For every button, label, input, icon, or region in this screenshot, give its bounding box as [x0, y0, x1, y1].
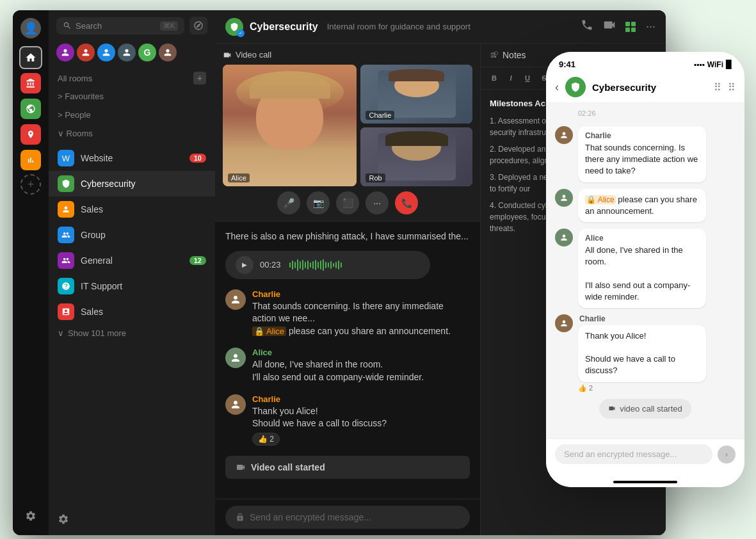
sales2-room-label: Sales	[81, 307, 103, 317]
phone-alice-mention-bubble: 🔒 Alice please can you share an announce…	[578, 189, 706, 222]
sidebar-item-group[interactable]: Group	[49, 222, 215, 248]
sidebar-item-itsupport[interactable]: IT Support	[49, 273, 215, 299]
thumbsup-reaction[interactable]: 👍 2	[252, 433, 280, 446]
play-button[interactable]: ▶	[236, 256, 253, 274]
phone-alice-reply: Alice All done, I've shared in the room.…	[555, 229, 736, 308]
alice-label: Alice	[228, 173, 250, 182]
video-controls: 🎤 📷 ⬛ ··· 📞	[223, 191, 472, 214]
phone-message-input[interactable]: Send an encrypted message...	[555, 444, 712, 464]
user-avatar-6[interactable]	[159, 44, 177, 61]
website-room-label: Website	[81, 153, 113, 163]
channel-title: Cybersecurity	[250, 21, 318, 33]
italic-button[interactable]: I	[504, 71, 518, 85]
itsupport-room-label: IT Support	[81, 281, 122, 291]
phone-charlie-avatar-final	[555, 314, 573, 332]
camera-button[interactable]: 📷	[307, 191, 330, 214]
itsupport-room-icon	[58, 278, 74, 294]
alice-mention: 🔒 Alice	[252, 326, 286, 336]
settings-nav-button[interactable]	[19, 504, 42, 527]
audio-duration: 00:23	[260, 260, 283, 270]
end-call-button[interactable]: 📞	[395, 191, 418, 214]
screen-share-button[interactable]: ⬛	[336, 191, 359, 214]
message-alice-1: Alice All done, I've shared in the room.…	[225, 348, 470, 383]
battery-icon: ▉	[726, 60, 732, 69]
message-phishing: There is also a new phishing attack, I h…	[225, 229, 470, 245]
show-more-button[interactable]: ∨ Show 101 more	[49, 325, 215, 342]
sidebar-item-people[interactable]: > People	[49, 106, 215, 124]
general-room-icon	[58, 252, 74, 269]
group-room-label: Group	[81, 230, 106, 240]
sidebar-item-website[interactable]: W Website 10	[49, 145, 215, 171]
video-icon[interactable]	[602, 18, 616, 35]
home-nav-button[interactable]	[19, 46, 42, 69]
phone-status-icons: ▪▪▪▪ WiFi ▉	[694, 60, 732, 69]
messages-area: There is also a new phishing attack, I h…	[215, 221, 480, 499]
map-nav-button[interactable]	[19, 123, 42, 146]
video-tile-rob: Rob	[360, 127, 472, 186]
wifi-icon: WiFi	[707, 60, 723, 69]
phone-alice-reply-text: All done, I've shared in the room. I'll …	[585, 245, 699, 303]
notes-icon	[490, 51, 499, 60]
user-avatar-3[interactable]	[97, 44, 115, 61]
charlie-label: Charlie	[366, 111, 394, 120]
video-started-label: Video call started	[251, 462, 325, 472]
video-call-label: Video call	[236, 50, 271, 60]
phone-reaction[interactable]: 👍 2	[578, 384, 706, 392]
bold-button[interactable]: B	[487, 71, 501, 85]
sidebar-item-sales2[interactable]: Sales	[49, 299, 215, 325]
add-room-button[interactable]: +	[193, 72, 206, 84]
user-avatar-1[interactable]	[56, 44, 74, 61]
bank-nav-button[interactable]	[19, 72, 42, 95]
phone-back-button[interactable]: ‹	[555, 81, 559, 94]
user-avatar[interactable]: 👤	[20, 18, 41, 38]
cybersecurity-room-label: Cybersecurity	[81, 179, 136, 189]
globe-nav-button[interactable]	[19, 97, 42, 120]
phone-charlie-author-final: Charlie	[578, 314, 706, 323]
user-avatar-4[interactable]	[118, 44, 136, 61]
notes-title: Notes	[503, 50, 526, 60]
sidebar-item-general[interactable]: General 12	[49, 248, 215, 273]
user-avatar-5[interactable]: G	[138, 44, 156, 61]
phone-charlie-bubble-1: Charlie That sounds concerning. Is there…	[578, 126, 706, 182]
more-controls-button[interactable]: ···	[366, 191, 389, 214]
sidebar-item-favourites[interactable]: > Favourites	[49, 87, 215, 106]
phone-alice-reply-bubble: Alice All done, I've shared in the room.…	[578, 229, 706, 308]
phone-more-icon[interactable]: ⠿	[728, 81, 736, 93]
icon-bar: 👤 +	[13, 10, 49, 535]
phone-send-button[interactable]: ›	[718, 446, 736, 463]
compass-button[interactable]	[189, 17, 207, 35]
input-placeholder: Send an encrypted message...	[250, 512, 371, 522]
sidebar-item-sales1[interactable]: Sales	[49, 197, 215, 222]
show-more-label: Show 101 more	[68, 328, 126, 338]
channel-header: ✓ Cybersecurity Internal room for guidan…	[215, 10, 666, 44]
phone-icon[interactable]	[581, 19, 593, 35]
charlie-body-1: That sounds concerning. Is there any imm…	[252, 300, 470, 338]
mute-button[interactable]: 🎤	[277, 191, 300, 214]
phone-channel-avatar	[565, 77, 586, 97]
favourites-label: > Favourites	[58, 92, 104, 101]
sidebar-bottom	[49, 506, 215, 535]
user-avatar-2[interactable]	[77, 44, 95, 61]
phone-charlie-final-bubble: Thank you Alice! Should we have a call t…	[578, 325, 706, 382]
charlie-author-2: Charlie	[252, 394, 470, 404]
settings-button[interactable]	[58, 513, 206, 527]
sidebar-item-cybersecurity[interactable]: Cybersecurity	[49, 171, 215, 197]
search-box[interactable]: Search ⌘K	[56, 17, 184, 35]
channel-actions: ···	[581, 18, 655, 35]
all-rooms-header: All rooms +	[49, 69, 215, 87]
message-input-box[interactable]: Send an encrypted message...	[225, 506, 470, 529]
phone-messages: 02:26 Charlie That sounds concerning. Is…	[546, 103, 744, 438]
phone-charlie-text-1: That sounds concerning. Is there any imm…	[585, 142, 699, 177]
phone-time: 9:41	[559, 60, 575, 69]
phone-channel-name: Cybersecurity	[592, 82, 707, 93]
phone-call-icon[interactable]: ⠿	[714, 81, 721, 93]
grid-apps-icon[interactable]	[625, 22, 637, 32]
phone-overlay: 9:41 ▪▪▪▪ WiFi ▉ ‹ Cybersecurity ⠿ ⠿ 02:…	[546, 52, 744, 487]
phone-status-bar: 9:41 ▪▪▪▪ WiFi ▉	[546, 52, 744, 73]
group-room-icon	[58, 227, 74, 243]
underline-button[interactable]: U	[520, 71, 535, 85]
chart-nav-button[interactable]	[19, 149, 42, 172]
more-options-icon[interactable]: ···	[646, 20, 655, 33]
phone-input-placeholder: Send an encrypted message...	[564, 449, 677, 459]
add-workspace-button[interactable]: +	[20, 174, 41, 195]
